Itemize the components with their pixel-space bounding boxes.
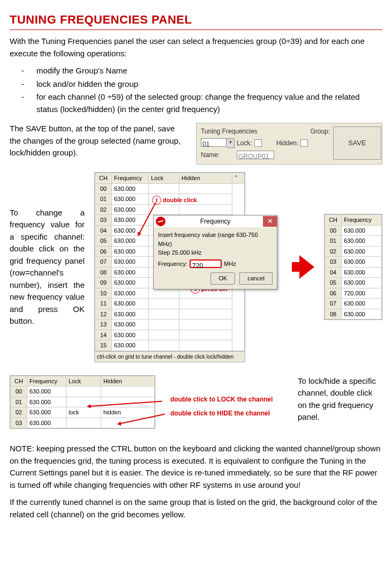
table-row[interactable]: 00 — [11, 386, 27, 397]
col-header: Frequency — [27, 376, 66, 386]
freq-cell[interactable]: 630.000 — [112, 330, 149, 340]
final-text: If the currently tuned channel is on the… — [10, 496, 382, 520]
freq-cell[interactable]: 630.000 — [112, 215, 149, 226]
table-row[interactable]: 02 — [11, 407, 27, 418]
table-row: 05 — [325, 278, 342, 288]
page-title: TUNING FREQUENCIES PANEL — [10, 11, 382, 30]
table-row[interactable]: 03 — [11, 418, 27, 428]
save-description: The SAVE button, at the top of the panel… — [10, 124, 180, 157]
dialog-title: Frequency — [168, 217, 263, 226]
freq-cell[interactable]: 630.000 — [112, 340, 149, 351]
table-row[interactable]: 09 — [95, 278, 112, 288]
table-row: 07 — [325, 299, 342, 309]
freq-cell[interactable]: 630.000 — [112, 299, 149, 309]
table-row[interactable]: 02 — [95, 204, 112, 215]
table-row: 03 — [325, 257, 342, 267]
hidden-checkbox[interactable] — [300, 139, 308, 147]
frequency-dialog: Frequency ✕ Insert frequency value (rang… — [153, 215, 277, 289]
col-header: Lock — [66, 376, 101, 386]
col-header: Frequency — [342, 215, 382, 226]
col-header: CH — [95, 173, 112, 184]
freq-cell[interactable]: 630.000 — [27, 397, 66, 407]
freq-cell[interactable]: 630.000 — [112, 319, 149, 330]
freq-cell: 630.000 — [342, 246, 382, 257]
change-freq-text: To change a frequency value for a specif… — [10, 208, 85, 326]
freq-cell: 630.000 — [342, 267, 382, 278]
unit-label: MHz — [224, 259, 236, 269]
name-field[interactable]: GROUP01 — [237, 151, 274, 159]
lock-label: Lock: — [237, 138, 252, 148]
table-row: 01 — [325, 236, 342, 247]
freq-cell[interactable]: 630.000 — [27, 386, 66, 397]
cancel-button[interactable]: cancel — [239, 272, 273, 285]
list-item: lock and/or hidden the group — [36, 78, 382, 91]
freq-cell[interactable]: 630.000 — [112, 204, 149, 215]
table-row[interactable]: 05 — [95, 236, 112, 247]
annotation-lock: double click to LOCK the channel — [170, 395, 273, 404]
frequency-label: Frequency: — [158, 259, 187, 269]
note-text: NOTE: keeping pressed the CTRL button on… — [10, 443, 382, 491]
freq-cell: 630.000 — [342, 225, 382, 236]
col-header: Hidden — [179, 173, 232, 184]
table-row[interactable]: 14 — [95, 330, 112, 340]
freq-cell[interactable]: 630.000 — [112, 288, 149, 299]
freq-cell[interactable]: 630.000 — [112, 309, 149, 319]
table-row[interactable]: 08 — [95, 267, 112, 278]
status-text: ctrl-click on grid to tune channel - dou… — [95, 351, 245, 362]
table-row: 06 — [325, 288, 342, 299]
chevron-down-icon[interactable]: ▾ — [227, 138, 235, 148]
table-row: 04 — [325, 267, 342, 278]
table-row: 08 — [325, 309, 342, 319]
lock-cell[interactable]: lock — [66, 407, 101, 418]
freq-cell[interactable]: 630.000 — [112, 246, 149, 257]
list-item: for each channel (0 ÷59) of the selected… — [36, 91, 382, 115]
table-row[interactable]: 01 — [95, 194, 112, 205]
table-row[interactable]: 15 — [95, 340, 112, 351]
hidden-cell[interactable] — [101, 386, 155, 397]
table-row[interactable]: 11 — [95, 299, 112, 309]
table-row[interactable]: 07 — [95, 257, 112, 267]
freq-cell[interactable]: 630.000 — [112, 194, 149, 205]
freq-cell: 630.000 — [342, 299, 382, 309]
freq-cell[interactable]: 630.000 — [112, 278, 149, 288]
hidden-cell[interactable] — [101, 418, 155, 428]
hidden-label: Hidden: — [276, 138, 298, 148]
table-row[interactable]: 03 — [95, 215, 112, 226]
col-header: CH — [325, 215, 342, 226]
col-header: Hidden — [101, 376, 155, 386]
freq-cell: 630.000 — [342, 309, 382, 319]
freq-cell[interactable]: 630.000 — [112, 236, 149, 247]
freq-cell[interactable]: 630.000 — [112, 257, 149, 267]
list-item: modify the Group's Name — [36, 65, 382, 77]
table-row[interactable]: 12 — [95, 309, 112, 319]
panel-title: Tuning Frequencies — [201, 127, 308, 136]
frequency-input[interactable]: 720 — [190, 259, 222, 268]
freq-cell: 720.000 — [342, 288, 382, 299]
table-row[interactable]: 00 — [95, 183, 112, 194]
hidden-cell[interactable]: hidden — [101, 407, 155, 418]
freq-cell[interactable]: 630.000 — [112, 183, 149, 194]
table-row[interactable]: 04 — [95, 225, 112, 236]
dialog-text: Insert frequency value (range 630-750 MH… — [158, 230, 273, 248]
freq-cell[interactable]: 630.000 — [27, 407, 66, 418]
freq-cell: 630.000 — [342, 278, 382, 288]
table-row[interactable]: 01 — [11, 397, 27, 407]
dialog-icon — [156, 217, 165, 226]
group-select[interactable]: 01 — [201, 138, 227, 147]
table-row: 02 — [325, 246, 342, 257]
table-row[interactable]: 10 — [95, 288, 112, 299]
lockhide-text: To lock/hide a specific channel, double … — [298, 376, 376, 422]
lock-cell[interactable] — [66, 418, 101, 428]
freq-cell[interactable]: 630.000 — [27, 418, 66, 428]
freq-cell[interactable]: 630.000 — [112, 267, 149, 278]
table-row[interactable]: 06 — [95, 246, 112, 257]
lock-checkbox[interactable] — [254, 139, 262, 147]
dialog-text: Step 25.000 kHz — [158, 248, 273, 257]
close-icon[interactable]: ✕ — [263, 216, 277, 227]
table-row[interactable]: 13 — [95, 319, 112, 330]
col-header: Lock — [149, 173, 179, 184]
ok-button[interactable]: OK — [210, 272, 235, 285]
save-button[interactable]: SAVE — [333, 127, 381, 160]
scroll-up-icon[interactable]: ˄ — [232, 173, 245, 184]
lock-cell[interactable] — [66, 386, 101, 397]
